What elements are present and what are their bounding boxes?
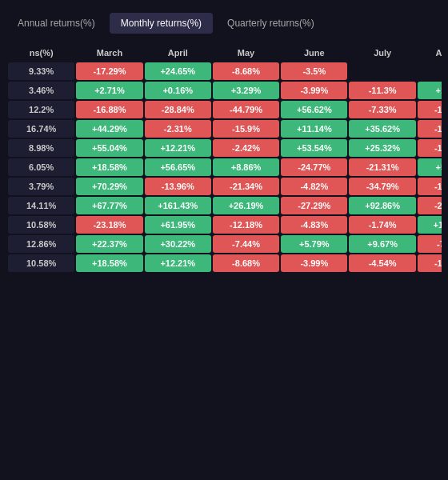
col-header-partial: ns(%) xyxy=(8,45,74,61)
cell-partial-4: 8.98% xyxy=(8,139,74,157)
cell-0-0: -17.29% xyxy=(76,62,142,80)
cell-4-2: -2.42% xyxy=(213,139,279,157)
cell-2-4: -7.33% xyxy=(349,101,415,118)
cell-5-3: -24.77% xyxy=(281,158,347,176)
col-header-july: July xyxy=(349,45,415,61)
cell-8-4: -1.74% xyxy=(349,216,415,234)
cell-3-0: +44.29% xyxy=(76,120,142,138)
column-header-row: ns(%)MarchAprilMayJuneJulyAugustSeptembe… xyxy=(8,45,442,61)
cell-2-3: +56.62% xyxy=(281,101,347,118)
cell-8-0: -23.18% xyxy=(76,216,142,234)
returns-table: ns(%)MarchAprilMayJuneJulyAugustSeptembe… xyxy=(6,43,442,274)
cell-10-3: -3.99% xyxy=(281,254,347,272)
tab-bar: Annual returns(%)Monthly returns(%)Quart… xyxy=(6,13,442,34)
cell-6-1: -13.96% xyxy=(145,178,211,195)
cell-5-2: +8.86% xyxy=(213,158,279,176)
cell-2-5: -14.49% xyxy=(418,101,442,118)
cell-2-2: -44.79% xyxy=(213,101,279,118)
cell-1-3: -3.99% xyxy=(281,82,347,99)
cell-partial-8: 10.58% xyxy=(8,216,74,234)
cell-7-5: -21.65% xyxy=(418,197,442,214)
cell-0-4 xyxy=(349,62,415,80)
cell-4-4: +25.32% xyxy=(349,139,415,157)
cell-6-4: -34.79% xyxy=(349,178,415,195)
cell-partial-1: 3.46% xyxy=(8,82,74,99)
cell-partial-0: 9.33% xyxy=(8,62,74,80)
col-header-april: April xyxy=(145,45,211,61)
col-header-march: March xyxy=(76,45,142,61)
cell-10-4: -4.54% xyxy=(349,254,415,272)
cell-0-2: -8.68% xyxy=(213,62,279,80)
tab-1[interactable]: Monthly returns(%) xyxy=(110,13,213,34)
cell-5-1: +56.65% xyxy=(145,158,211,176)
cell-10-2: -8.68% xyxy=(213,254,279,272)
cell-8-1: +61.95% xyxy=(145,216,211,234)
table-row: 10.58%-23.18%+61.95%-12.18%-4.83%-1.74%+… xyxy=(8,216,442,234)
cell-8-5: +14.53% xyxy=(418,216,442,234)
cell-8-3: -4.83% xyxy=(281,216,347,234)
table-wrapper[interactable]: ns(%)MarchAprilMayJuneJulyAugustSeptembe… xyxy=(6,43,442,474)
tab-2[interactable]: Quarterly returns(%) xyxy=(216,13,326,34)
cell-9-1: +30.22% xyxy=(145,235,211,253)
cell-9-4: +9.67% xyxy=(349,235,415,253)
table-row: 10.58%+18.58%+12.21%-8.68%-3.99%-4.54%-1… xyxy=(8,254,442,272)
tab-0[interactable]: Annual returns(%) xyxy=(6,13,106,34)
cell-6-3: -4.82% xyxy=(281,178,347,195)
cell-1-1: +0.16% xyxy=(145,82,211,99)
cell-10-1: +12.21% xyxy=(145,254,211,272)
cell-partial-6: 3.79% xyxy=(8,178,74,195)
cell-10-0: +18.58% xyxy=(76,254,142,272)
cell-1-4: -11.3% xyxy=(349,82,415,99)
cell-7-2: +26.19% xyxy=(213,197,279,214)
cell-7-1: +161.43% xyxy=(145,197,211,214)
cell-3-2: -15.9% xyxy=(213,120,279,138)
cell-partial-10: 10.58% xyxy=(8,254,74,272)
cell-4-1: +12.21% xyxy=(145,139,211,157)
table-row: 16.74%+44.29%-2.31%-15.9%+11.14%+35.62%-… xyxy=(8,120,442,138)
cell-4-5: -17.08% xyxy=(418,139,442,157)
cell-6-2: -21.34% xyxy=(213,178,279,195)
cell-10-5: -13.52% xyxy=(418,254,442,272)
cell-4-0: +55.04% xyxy=(76,139,142,157)
table-row: 8.98%+55.04%+12.21%-2.42%+53.54%+25.32%-… xyxy=(8,139,442,157)
table-row: 12.2%-16.88%-28.84%-44.79%+56.62%-7.33%-… xyxy=(8,101,442,118)
cell-2-0: -16.88% xyxy=(76,101,142,118)
col-header-august: August xyxy=(418,45,442,61)
cell-5-0: +18.58% xyxy=(76,158,142,176)
cell-9-3: +5.79% xyxy=(281,235,347,253)
cell-partial-2: 12.2% xyxy=(8,101,74,118)
table-row: 3.46%+2.71%+0.16%+3.29%-3.99%-11.3%+1.46… xyxy=(8,82,442,99)
main-container: Annual returns(%)Monthly returns(%)Quart… xyxy=(0,0,448,480)
cell-1-2: +3.29% xyxy=(213,82,279,99)
col-header-may: May xyxy=(213,45,279,61)
cell-7-0: +67.77% xyxy=(76,197,142,214)
cell-1-0: +2.71% xyxy=(76,82,142,99)
table-body: 9.33%-17.29%+24.65%-8.68%-3.5%3.46%+2.71… xyxy=(8,62,442,272)
cell-7-3: -27.29% xyxy=(281,197,347,214)
cell-9-0: +22.37% xyxy=(76,235,142,253)
cell-0-3: -3.5% xyxy=(281,62,347,80)
cell-7-4: +92.86% xyxy=(349,197,415,214)
table-row: 9.33%-17.29%+24.65%-8.68%-3.5% xyxy=(8,62,442,80)
cell-partial-7: 14.11% xyxy=(8,197,74,214)
table-row: 6.05%+18.58%+56.65%+8.86%-24.77%-21.31%+… xyxy=(8,158,442,176)
cell-0-5 xyxy=(418,62,442,80)
cell-5-4: -21.31% xyxy=(349,158,415,176)
col-header-june: June xyxy=(281,45,347,61)
cell-3-4: +35.62% xyxy=(349,120,415,138)
cell-6-0: +70.29% xyxy=(76,178,142,195)
cell-6-5: -17.32% xyxy=(418,178,442,195)
cell-9-5: -7.67% xyxy=(418,235,442,253)
cell-3-3: +11.14% xyxy=(281,120,347,138)
cell-5-5: +5.72% xyxy=(418,158,442,176)
cell-0-1: +24.65% xyxy=(145,62,211,80)
cell-3-1: -2.31% xyxy=(145,120,211,138)
cell-1-5: +1.46% xyxy=(418,82,442,99)
table-row: 3.79%+70.29%-13.96%-21.34%-4.82%-34.79%-… xyxy=(8,178,442,195)
cell-9-2: -7.44% xyxy=(213,235,279,253)
cell-partial-5: 6.05% xyxy=(8,158,74,176)
cell-2-1: -28.84% xyxy=(145,101,211,118)
cell-partial-3: 16.74% xyxy=(8,120,74,138)
cell-3-5: -12.55% xyxy=(418,120,442,138)
table-row: 14.11%+67.77%+161.43%+26.19%-27.29%+92.8… xyxy=(8,197,442,214)
